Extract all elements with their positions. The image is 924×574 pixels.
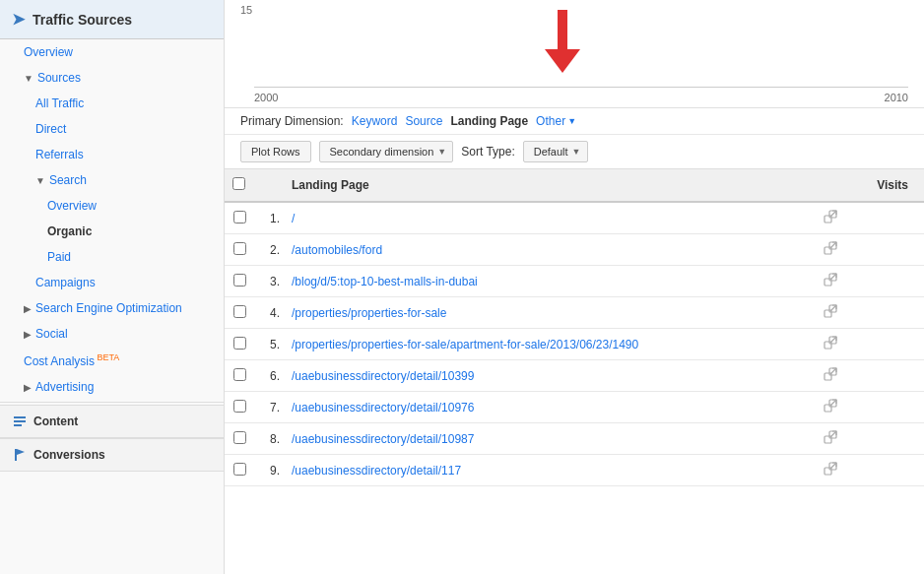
row-visits bbox=[845, 360, 924, 392]
sort-type-label: Sort Type: bbox=[461, 145, 514, 159]
traffic-sources-icon: ➤ bbox=[12, 10, 25, 29]
pd-keyword-link[interactable]: Keyword bbox=[352, 114, 398, 128]
advertising-link[interactable]: Advertising bbox=[35, 380, 94, 394]
search-link[interactable]: Search bbox=[49, 173, 87, 187]
svg-rect-22 bbox=[825, 373, 831, 380]
th-num bbox=[254, 169, 284, 202]
sidebar-item-organic[interactable]: Organic bbox=[0, 219, 224, 244]
sidebar-item-search[interactable]: ▼ Search bbox=[0, 167, 224, 193]
row-checkbox-cell[interactable] bbox=[225, 297, 254, 329]
row-url-link[interactable]: / bbox=[292, 212, 295, 225]
row-url-cell[interactable]: /uaebusinessdirectory/detail/10987 bbox=[284, 423, 816, 455]
row-checkbox-cell[interactable] bbox=[225, 329, 254, 360]
row-checkbox[interactable] bbox=[233, 368, 246, 381]
row-checkbox[interactable] bbox=[233, 463, 246, 476]
sort-default-label: Default bbox=[534, 146, 568, 158]
sources-link[interactable]: Sources bbox=[37, 71, 81, 85]
row-visits bbox=[845, 202, 924, 234]
sidebar-item-social[interactable]: ▶ Social bbox=[0, 321, 224, 347]
sidebar-item-referrals[interactable]: Referrals bbox=[0, 142, 224, 167]
row-external-icon[interactable] bbox=[816, 329, 845, 360]
row-url-link[interactable]: /automobiles/ford bbox=[292, 243, 382, 257]
row-url-link[interactable]: /properties/properties-for-sale bbox=[292, 306, 446, 320]
table-header-row: Landing Page Visits bbox=[225, 169, 924, 202]
row-checkbox[interactable] bbox=[233, 400, 246, 413]
row-external-icon[interactable] bbox=[816, 234, 845, 266]
row-checkbox-cell[interactable] bbox=[225, 234, 254, 266]
organic-link[interactable]: Organic bbox=[47, 224, 92, 238]
row-checkbox-cell[interactable] bbox=[225, 266, 254, 297]
sidebar-nav: Overview ▼ Sources All Traffic Direct Re… bbox=[0, 39, 224, 472]
sidebar-item-conversions[interactable]: Conversions bbox=[0, 438, 224, 472]
sort-type-dropdown[interactable]: Default ▼ bbox=[523, 141, 588, 162]
row-url-cell[interactable]: /properties/properties-for-sale bbox=[284, 297, 816, 329]
all-traffic-link[interactable]: All Traffic bbox=[35, 96, 84, 110]
row-external-icon[interactable] bbox=[816, 360, 845, 392]
row-visits bbox=[845, 455, 924, 486]
sidebar-item-direct[interactable]: Direct bbox=[0, 116, 224, 142]
row-checkbox[interactable] bbox=[233, 431, 246, 444]
svg-rect-7 bbox=[825, 216, 831, 223]
row-checkbox-cell[interactable] bbox=[225, 455, 254, 486]
search-overview-link[interactable]: Overview bbox=[47, 199, 97, 213]
th-visits[interactable]: Visits bbox=[845, 169, 924, 202]
chart-baseline bbox=[254, 87, 908, 88]
row-external-icon[interactable] bbox=[816, 266, 845, 297]
row-url-cell[interactable]: /uaebusinessdirectory/detail/117 bbox=[284, 455, 816, 486]
sidebar-item-campaigns[interactable]: Campaigns bbox=[0, 270, 224, 295]
cost-analysis-link[interactable]: Cost Analysis bbox=[24, 354, 95, 368]
row-checkbox-cell[interactable] bbox=[225, 392, 254, 423]
referrals-link[interactable]: Referrals bbox=[35, 148, 84, 161]
row-url-cell[interactable]: /uaebusinessdirectory/detail/10399 bbox=[284, 360, 816, 392]
select-all-checkbox[interactable] bbox=[232, 177, 245, 190]
x-label-2000: 2000 bbox=[254, 92, 278, 103]
pd-other-dropdown[interactable]: Other ▼ bbox=[536, 114, 576, 128]
sidebar-item-search-overview[interactable]: Overview bbox=[0, 193, 224, 219]
th-landing-page[interactable]: Landing Page bbox=[284, 169, 816, 202]
row-external-icon[interactable] bbox=[816, 202, 845, 234]
row-checkbox[interactable] bbox=[233, 242, 246, 255]
row-url-link[interactable]: /uaebusinessdirectory/detail/10987 bbox=[292, 432, 474, 446]
seo-link[interactable]: Search Engine Optimization bbox=[35, 301, 182, 315]
plot-rows-button[interactable]: Plot Rows bbox=[240, 141, 311, 162]
sidebar-item-all-traffic[interactable]: All Traffic bbox=[0, 91, 224, 116]
campaigns-link[interactable]: Campaigns bbox=[35, 276, 96, 289]
row-checkbox-cell[interactable] bbox=[225, 202, 254, 234]
pd-source-link[interactable]: Source bbox=[405, 114, 442, 128]
row-external-icon[interactable] bbox=[816, 297, 845, 329]
row-external-icon[interactable] bbox=[816, 392, 845, 423]
row-url-link[interactable]: /uaebusinessdirectory/detail/10976 bbox=[292, 401, 474, 415]
sidebar-item-paid[interactable]: Paid bbox=[0, 244, 224, 270]
row-url-cell[interactable]: /uaebusinessdirectory/detail/10976 bbox=[284, 392, 816, 423]
row-url-cell[interactable]: /automobiles/ford bbox=[284, 234, 816, 266]
sidebar-item-content[interactable]: Content bbox=[0, 405, 224, 438]
overview-link[interactable]: Overview bbox=[24, 45, 73, 59]
sidebar-item-seo[interactable]: ▶ Search Engine Optimization bbox=[0, 295, 224, 321]
table-row: 2. /automobiles/ford bbox=[225, 234, 924, 266]
row-url-cell[interactable]: /blog/d/5:top-10-best-malls-in-dubai bbox=[284, 266, 816, 297]
row-checkbox[interactable] bbox=[233, 211, 246, 223]
row-external-icon[interactable] bbox=[816, 455, 845, 486]
sidebar-item-advertising[interactable]: ▶ Advertising bbox=[0, 374, 224, 400]
sidebar-item-sources[interactable]: ▼ Sources bbox=[0, 65, 224, 91]
row-checkbox-cell[interactable] bbox=[225, 423, 254, 455]
row-url-cell[interactable]: /properties/properties-for-sale/apartmen… bbox=[284, 329, 816, 360]
row-checkbox-cell[interactable] bbox=[225, 360, 254, 392]
row-checkbox[interactable] bbox=[233, 274, 246, 287]
row-url-cell[interactable]: / bbox=[284, 202, 816, 234]
secondary-dimension-dropdown[interactable]: Secondary dimension ▼ bbox=[319, 141, 454, 162]
sidebar-item-overview[interactable]: Overview bbox=[0, 39, 224, 65]
sidebar-item-cost-analysis[interactable]: Cost Analysis BETA bbox=[0, 347, 224, 374]
row-url-link[interactable]: /properties/properties-for-sale/apartmen… bbox=[292, 338, 638, 351]
row-url-link[interactable]: /uaebusinessdirectory/detail/117 bbox=[292, 464, 461, 478]
row-checkbox[interactable] bbox=[233, 305, 246, 318]
row-url-link[interactable]: /uaebusinessdirectory/detail/10399 bbox=[292, 369, 474, 383]
paid-link[interactable]: Paid bbox=[47, 250, 71, 264]
row-num: 7. bbox=[254, 392, 284, 423]
social-link[interactable]: Social bbox=[35, 327, 68, 341]
direct-link[interactable]: Direct bbox=[35, 122, 66, 136]
row-checkbox[interactable] bbox=[233, 337, 246, 350]
secondary-dimension-label: Secondary dimension bbox=[330, 146, 434, 158]
row-url-link[interactable]: /blog/d/5:top-10-best-malls-in-dubai bbox=[292, 275, 478, 288]
row-external-icon[interactable] bbox=[816, 423, 845, 455]
